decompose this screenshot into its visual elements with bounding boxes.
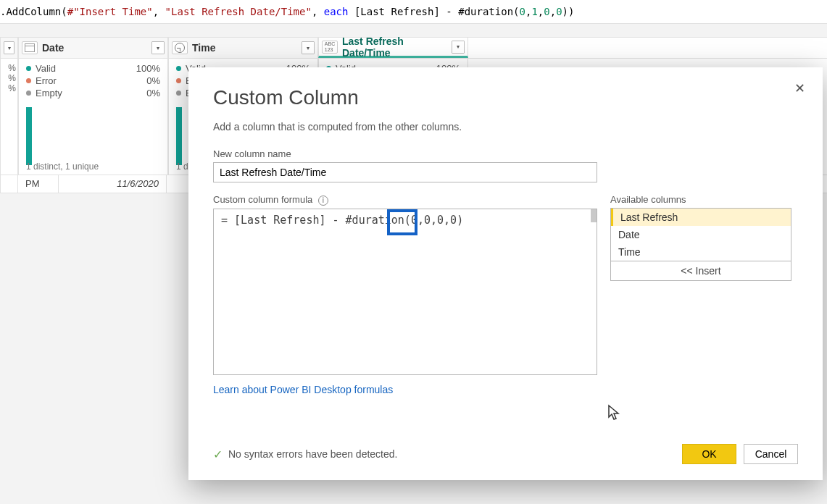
- scrollbar[interactable]: [591, 209, 597, 222]
- column-last-refresh-name: Last Refresh Date/Time: [342, 35, 452, 59]
- column-last-refresh[interactable]: ABC123 Last Refresh Date/Time ▾: [318, 38, 468, 58]
- close-icon[interactable]: ✕: [794, 80, 805, 96]
- custom-column-dialog: ✕ Custom Column Add a column that is com…: [188, 67, 823, 480]
- calendar-icon: [22, 41, 38, 54]
- chevron-down-icon[interactable]: ▾: [302, 41, 315, 54]
- formula-fn: .AddColumn(: [0, 6, 67, 17]
- column-time[interactable]: Time ▾: [168, 38, 318, 58]
- new-column-name-label: New column name: [213, 148, 798, 159]
- formula-bar[interactable]: .AddColumn(#"Insert Time", "Last Refresh…: [0, 0, 827, 24]
- formula-each: each: [324, 6, 349, 17]
- info-icon[interactable]: i: [318, 196, 328, 206]
- cancel-button[interactable]: Cancel: [744, 444, 798, 464]
- column-date-name: Date: [42, 42, 151, 54]
- column-time-name: Time: [192, 42, 302, 54]
- chevron-down-icon[interactable]: ▾: [4, 41, 14, 54]
- custom-formula-label: Custom column formula i: [213, 194, 597, 206]
- chevron-down-icon[interactable]: ▾: [452, 41, 465, 54]
- distribution-bar: [26, 107, 32, 165]
- available-column-item[interactable]: Time: [611, 243, 791, 261]
- learn-link[interactable]: Learn about Power BI Desktop formulas: [213, 384, 393, 395]
- column-date[interactable]: Date ▾: [18, 38, 168, 58]
- row-handle: [0, 175, 18, 193]
- dialog-title: Custom Column: [213, 86, 798, 109]
- check-icon: ✓: [213, 448, 223, 461]
- formula-field: [Last Refresh]: [354, 6, 440, 17]
- distribution-bar: [176, 107, 182, 165]
- clock-icon: [172, 41, 188, 54]
- column-headers: ▾ Date ▾ Time ▾ ABC123 Last Refresh Date…: [0, 37, 827, 59]
- chevron-down-icon[interactable]: ▾: [151, 41, 165, 54]
- formula-arg2: "Last Refresh Date/Time": [165, 6, 312, 17]
- available-columns-label: Available columns: [610, 194, 798, 205]
- new-column-name-input[interactable]: [213, 162, 597, 182]
- custom-formula-input[interactable]: = [Last Refresh] - #duration(0,0,0,0): [213, 209, 597, 375]
- available-columns-list: Last Refresh Date Time << Insert: [610, 208, 791, 281]
- col-stub: ▾: [0, 38, 18, 58]
- available-column-item[interactable]: Last Refresh: [611, 209, 791, 226]
- col-date-quality: Valid 100% Error 0% Empty 0% 1 distinct,…: [18, 59, 168, 175]
- available-column-item[interactable]: Date: [611, 226, 791, 243]
- formula-arg1: #"Insert Time": [67, 6, 153, 17]
- ok-button[interactable]: OK: [682, 444, 736, 464]
- cell-time-fragment: PM: [18, 175, 58, 193]
- syntax-status: ✓ No syntax errors have been detected.: [213, 448, 397, 461]
- dialog-description: Add a column that is computed from the o…: [213, 121, 798, 133]
- insert-button[interactable]: << Insert: [611, 261, 791, 280]
- distinct-text: 1 distinct, 1 unique: [26, 161, 99, 172]
- cell-date[interactable]: 11/6/2020: [58, 175, 167, 193]
- type-any-icon: ABC123: [322, 41, 338, 54]
